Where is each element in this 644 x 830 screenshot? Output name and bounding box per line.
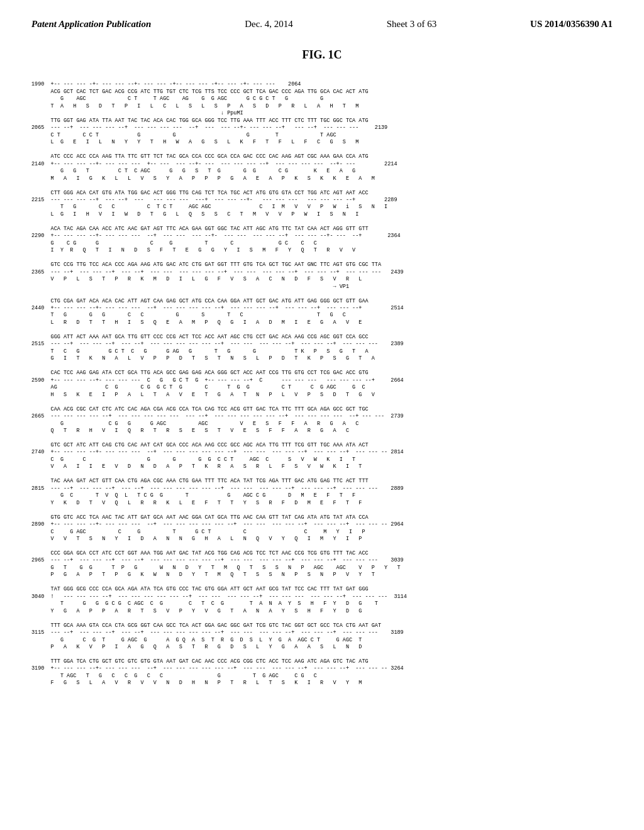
header-sheet: Sheet 3 of 63	[387, 19, 437, 30]
page-header: Patent Application Publication Dec. 4, 2…	[31, 19, 613, 30]
header-patent-number: US 2014/0356390 A1	[530, 19, 613, 30]
header-publication-label: Patent Application Publication	[31, 19, 151, 30]
header-date: Dec. 4, 2014	[245, 19, 293, 30]
sequence-content: 1990 +-- --- --- -+- --- --- --+- --- --…	[31, 74, 613, 687]
figure-title: FIG. 1C	[31, 48, 613, 62]
page: Patent Application Publication Dec. 4, 2…	[0, 0, 644, 830]
